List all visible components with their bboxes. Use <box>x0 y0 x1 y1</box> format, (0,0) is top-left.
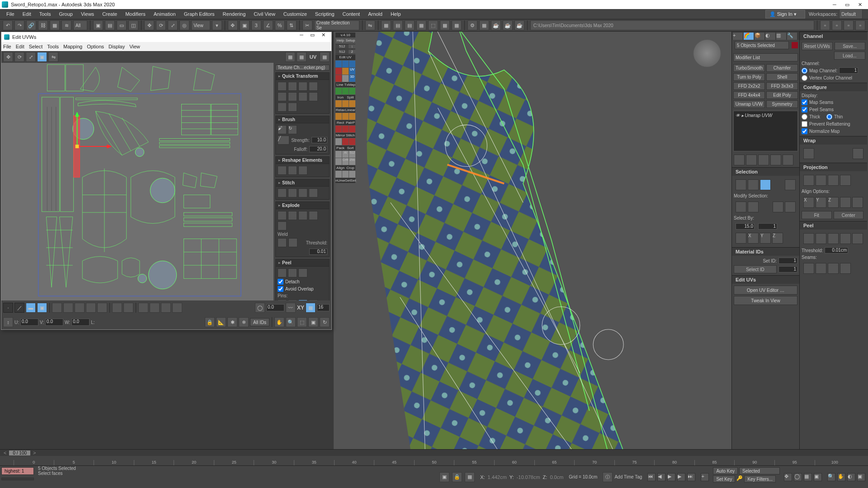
project-path[interactable]: C:\Users\Tim\Documents\3ds Max 2020 <box>530 20 814 30</box>
proj1-button[interactable]: ▫ <box>820 20 830 30</box>
place-button[interactable]: ◎ <box>179 20 189 30</box>
window-crossing-button[interactable]: ◫ <box>128 20 138 30</box>
render-button[interactable]: ☕ <box>491 20 501 30</box>
render-prod-button[interactable]: ☕ <box>503 20 513 30</box>
ref-coord-dropdown[interactable]: View <box>191 20 210 30</box>
app-icon <box>2 1 8 8</box>
align-button[interactable]: ▦ <box>381 20 391 30</box>
redo-button[interactable]: ↷ <box>14 20 24 30</box>
edit-named-sel-button[interactable]: ✂ <box>302 20 312 30</box>
proj4-button[interactable]: ▫ <box>855 20 865 30</box>
dope-sheet-button[interactable]: ⬚ <box>428 20 438 30</box>
menu-rendering[interactable]: Rendering <box>219 10 250 18</box>
schematic-button[interactable]: ≋ <box>61 20 71 30</box>
menu-group[interactable]: Group <box>55 10 76 18</box>
layers-button[interactable]: ▤ <box>393 20 403 30</box>
select-object-button[interactable]: ▣ <box>93 20 103 30</box>
angle-snap-button[interactable]: ∠ <box>263 20 273 30</box>
keyboard-button[interactable]: ▣ <box>240 20 250 30</box>
selection-filter[interactable]: All <box>73 20 87 30</box>
maximize-button[interactable]: ▭ <box>841 0 854 9</box>
snap-button[interactable]: 3 <box>251 20 261 30</box>
move-button[interactable]: ✥ <box>144 20 154 30</box>
menu-tools[interactable]: Tools <box>36 10 55 18</box>
mirror-button[interactable]: ⇋ <box>365 20 375 30</box>
link-button[interactable]: 🔗 <box>26 20 36 30</box>
menu-file[interactable]: File <box>3 10 18 18</box>
menu-arnold[interactable]: Arnold <box>364 10 386 18</box>
select-region-button[interactable]: ▭ <box>117 20 127 30</box>
app-title-bar: Sword_Retopo1.max - Autodesk 3ds Max 202… <box>0 0 868 9</box>
menu-content[interactable]: Content <box>339 10 364 18</box>
bind-button[interactable]: ▦ <box>50 20 60 30</box>
named-selection-dropdown[interactable]: Create Selection Se <box>314 20 359 30</box>
sign-in-button[interactable]: 👤 Sign In ▾ <box>765 10 805 19</box>
unlink-button[interactable]: ⛓ <box>38 20 48 30</box>
proj2-button[interactable]: ▫ <box>832 20 842 30</box>
undo-button[interactable]: ↶ <box>3 20 13 30</box>
menu-edit[interactable]: Edit <box>19 10 35 18</box>
spinner-snap-button[interactable]: ⇅ <box>287 20 297 30</box>
menu-civil-view[interactable]: Civil View <box>250 10 278 18</box>
layers2-button[interactable]: ▤ <box>405 20 415 30</box>
percent-snap-button[interactable]: % <box>275 20 285 30</box>
manipulate-button[interactable]: ✥ <box>228 20 238 30</box>
proj3-button[interactable]: ▫ <box>844 20 854 30</box>
menu-modifiers[interactable]: Modifiers <box>122 10 149 18</box>
select-name-button[interactable]: ▤ <box>105 20 115 30</box>
menu-scripting[interactable]: Scripting <box>311 10 338 18</box>
schematic-view-button[interactable]: ▦ <box>440 20 450 30</box>
menu-views[interactable]: Views <box>77 10 98 18</box>
pivot-button[interactable]: ▾ <box>212 20 222 30</box>
app-title: Sword_Retopo1.max - Autodesk 3ds Max 202… <box>11 2 115 7</box>
menu-animation[interactable]: Animation <box>150 10 179 18</box>
scale-button[interactable]: ⤢ <box>168 20 178 30</box>
material-button[interactable]: ▦ <box>452 20 462 30</box>
rotate-button[interactable]: ⟳ <box>156 20 166 30</box>
menu-customize[interactable]: Customize <box>280 10 311 18</box>
render-setup-button[interactable]: ⚙ <box>467 20 477 30</box>
menu-bar: File Edit Tools Group Views Create Modif… <box>0 9 868 19</box>
main-toolbar: ↶ ↷ 🔗 ⛓ ▦ ≋ All ▣ ▤ ▭ ◫ ✥ ⟳ ⤢ ◎ View ▾ ✥… <box>0 19 868 32</box>
menu-create[interactable]: Create <box>99 10 121 18</box>
render-frame-button[interactable]: ▦ <box>479 20 489 30</box>
curve-editor-button[interactable]: ▦ <box>416 20 426 30</box>
workspaces-dropdown[interactable]: Workspaces: Default <box>806 9 865 19</box>
menu-help[interactable]: Help <box>387 10 405 18</box>
close-button[interactable]: ✕ <box>854 0 866 9</box>
menu-graph-editors[interactable]: Graph Editors <box>180 10 218 18</box>
minimize-button[interactable]: ─ <box>828 0 841 9</box>
render-iter-button[interactable]: ☕ <box>514 20 524 30</box>
